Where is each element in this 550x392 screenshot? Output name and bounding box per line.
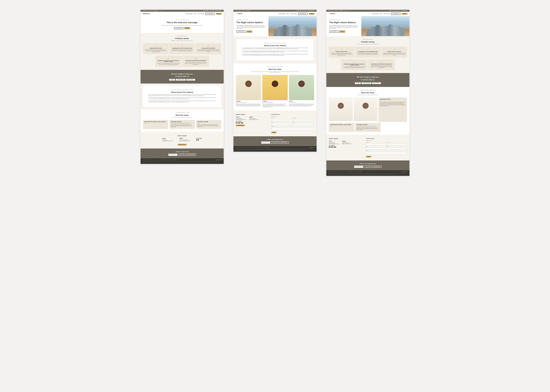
footer-book-button[interactable]: BOOK A CONSULT: [354, 166, 363, 168]
footer-payment-button[interactable]: MAKE A PAYMENT: [280, 141, 289, 144]
cta-intake-button[interactable]: OPEN INTAKE FORM: [176, 79, 186, 81]
practice-card[interactable]: SEPARATION AND DIVORCE Planning a new li…: [143, 43, 169, 54]
powered-by[interactable]: powered by ⚖ Clio: [402, 171, 407, 172]
social-icon[interactable]: [330, 147, 331, 148]
last-name-input[interactable]: [293, 119, 314, 121]
footer-link[interactable]: TERMS AND CONDITIONS: [346, 171, 353, 172]
social-icon[interactable]: [332, 147, 333, 148]
util-link-login[interactable]: CLIENT LOGIN: [395, 10, 400, 11]
util-link-login[interactable]: CLIENT LOGIN: [209, 10, 214, 11]
phone-input[interactable]: [387, 147, 407, 150]
footer-payment-button[interactable]: MAKE A PAYMENT: [187, 154, 196, 156]
footer-link[interactable]: COMPLAINT PROCEDURES: [354, 171, 363, 172]
footer-link[interactable]: PRIVACY POLICY: [339, 171, 344, 172]
footer-link[interactable]: TERMS AND CONDITIONS: [160, 159, 167, 160]
social-dots[interactable]: ● ● ● ● ●: [344, 10, 349, 11]
nav-team[interactable]: MEET THE TEAM: [384, 13, 390, 14]
footer-link[interactable]: COMPLAINT PROCEDURES: [169, 159, 177, 160]
practice-card[interactable]: GUARDIANSHIP, CUSTODY, PARENTING TIMEA c…: [355, 47, 381, 58]
practice-card[interactable]: COHABITATION AND PRENUPTIAL AGREEMENTS P…: [182, 56, 209, 67]
phone-input[interactable]: [293, 123, 314, 126]
footer-link[interactable]: PRIVACY POLICY: [154, 159, 159, 160]
footer-payment-button[interactable]: MAKE A PAYMENT: [373, 166, 382, 168]
practice-card[interactable]: SEPARATION AND DIVORCEPlanning a new lif…: [329, 47, 354, 58]
nav-about[interactable]: ABOUT: [194, 13, 197, 14]
footer-book-button[interactable]: BOOK A CONSULT: [261, 141, 270, 144]
footer-login-button[interactable]: CLIENT LOGIN: [178, 154, 186, 156]
hero-book-button[interactable]: BOOK A CONSULT: [329, 31, 339, 33]
logo[interactable]: GIBBON: [235, 13, 242, 15]
practice-card[interactable]: SPOUSAL AND CHILD SUPPORTGibbon and Guyd…: [381, 47, 407, 58]
nav-book-button[interactable]: BOOK A CONSULT: [205, 13, 215, 15]
hero-contact-button[interactable]: CONTACT: [246, 31, 252, 33]
logo[interactable]: ZIMMERMAN: [143, 13, 150, 14]
practice-card[interactable]: SPOUSAL AND CHILD SUPPORT Gibbon and Guy…: [196, 43, 221, 54]
util-link-intake[interactable]: INTAKE FORM: [296, 10, 301, 11]
nav-contact-button[interactable]: CONTACT: [309, 13, 315, 15]
practice-card[interactable]: MATRIMONIAL PROPERTY DIVISION AND FAMILY…: [341, 59, 367, 70]
nav-team[interactable]: MEET THE TEAM: [198, 13, 204, 14]
social-icon[interactable]: [335, 147, 336, 148]
hero-book-button[interactable]: BOOK A CONSULT: [236, 31, 246, 33]
logo[interactable]: GIBBON: [328, 13, 335, 15]
cta-book-button[interactable]: BOOK A CONSULT: [372, 82, 381, 84]
cta-intake-button[interactable]: OPEN INTAKE FORM: [362, 82, 371, 84]
practice-card[interactable]: MATRIMONIAL PROPERTY DIVISION AND FAMILY…: [155, 56, 182, 67]
first-name-input[interactable]: [366, 143, 386, 146]
email-input[interactable]: [366, 147, 386, 150]
social-icon[interactable]: [239, 122, 240, 123]
cta-book-button[interactable]: BOOK A CONSULT: [186, 79, 195, 81]
util-link-payment[interactable]: MAKE A PAYMENT: [308, 10, 315, 11]
nav-practice[interactable]: PRACTICE AREAS: [279, 13, 286, 14]
social-icon[interactable]: [196, 139, 197, 140]
submit-button[interactable]: SUBMIT: [366, 156, 371, 158]
social-icon[interactable]: [241, 122, 242, 123]
nav-contact-button[interactable]: CONTACT: [402, 13, 407, 15]
footer-book-button[interactable]: BOOK A CONSULT: [168, 154, 177, 156]
hero-contact-button[interactable]: CONTACT: [184, 27, 190, 29]
social-icon[interactable]: [198, 139, 199, 140]
nav-book-button[interactable]: BOOK A CONSULT: [391, 13, 400, 15]
util-link-intake[interactable]: INTAKE FORM: [203, 10, 208, 11]
nav-about[interactable]: ABOUT: [380, 13, 382, 14]
footer-link[interactable]: COMPLAINT PROCEDURES: [262, 147, 270, 148]
util-link-payment[interactable]: MAKE A PAYMENT: [401, 10, 407, 11]
nav-contact-button[interactable]: CONTACT: [216, 13, 222, 15]
nav-team[interactable]: MEET THE TEAM: [291, 13, 297, 14]
practice-card[interactable]: COHABITATION AND PRENUPTIAL AGREEMENTSPr…: [368, 59, 395, 70]
phone-number[interactable]: 555-000-0000: [153, 10, 157, 11]
powered-by[interactable]: powered by ⚖ Clio: [216, 159, 222, 160]
nav-book-button[interactable]: BOOK A CONSULT: [298, 13, 308, 15]
contact-book-button[interactable]: BOOK A CONSULT: [236, 125, 245, 126]
practice-card[interactable]: GUARDIANSHIP, CUSTODY, PARENTING TIME A …: [169, 43, 195, 54]
social-icon[interactable]: [236, 122, 237, 123]
contact-book-button[interactable]: BOOK A CONSULT: [178, 144, 187, 146]
hero-book-button[interactable]: BOOK A CONSULT: [174, 27, 183, 29]
submit-button[interactable]: SUBMIT: [271, 132, 276, 133]
cta-contact-button[interactable]: CONTACT: [169, 79, 175, 81]
hero-contact-button[interactable]: CONTACT: [339, 31, 345, 33]
footer-link[interactable]: PRIVACY POLICY: [246, 147, 252, 148]
svg-point-0: [182, 46, 182, 46]
social-icon[interactable]: [329, 147, 330, 148]
message-input[interactable]: [366, 151, 407, 155]
footer-login-button[interactable]: CLIENT LOGIN: [271, 141, 279, 144]
social-icon[interactable]: [334, 147, 335, 148]
message-input[interactable]: [271, 127, 314, 131]
email-input[interactable]: [271, 123, 292, 126]
first-name-input[interactable]: [271, 119, 292, 121]
social-icon[interactable]: [242, 122, 243, 123]
util-link-intake[interactable]: INTAKE FORM: [389, 10, 394, 11]
nav-practice[interactable]: PRACTICE AREAS: [186, 13, 193, 14]
footer-link[interactable]: TERMS AND CONDITIONS: [253, 147, 260, 148]
last-name-input[interactable]: [387, 143, 407, 146]
powered-by[interactable]: powered by ⚖ Clio: [309, 147, 315, 148]
nav-about[interactable]: ABOUT: [287, 13, 289, 14]
nav-practice[interactable]: PRACTICE AREAS: [372, 13, 378, 14]
util-link-login[interactable]: CLIENT LOGIN: [302, 10, 307, 11]
util-link-payment[interactable]: MAKE A PAYMENT: [215, 10, 222, 11]
social-dots[interactable]: ● ● ● ● ●: [158, 10, 163, 11]
cta-contact-button[interactable]: CONTACT: [355, 82, 361, 84]
footer-login-button[interactable]: CLIENT LOGIN: [364, 166, 372, 168]
social-icon[interactable]: [238, 122, 239, 123]
